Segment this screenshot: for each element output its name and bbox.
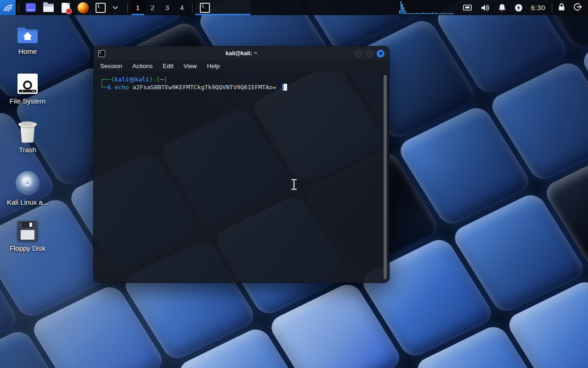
- terminal-scrollbar[interactable]: [384, 75, 387, 279]
- workspace-2[interactable]: 2: [145, 0, 160, 15]
- workspace-3[interactable]: 3: [160, 0, 175, 15]
- terminal-titlebar[interactable]: $_ kali@kali: ~: [94, 46, 389, 60]
- terminal-menubar: Session Actions Edit View Help: [94, 60, 389, 72]
- power-manager-icon[interactable]: [514, 4, 523, 12]
- network-tray-icon[interactable]: [463, 3, 472, 12]
- home-folder-icon: [17, 26, 39, 44]
- desktop: $_ 1 2 3 4 $_: [0, 0, 588, 368]
- window-icon: [26, 3, 36, 12]
- desktop-icon-label: Floppy Disk: [10, 244, 45, 252]
- taskbar-terminal-window-button[interactable]: $_: [195, 0, 250, 15]
- launcher-file-manager[interactable]: [43, 2, 54, 13]
- session-tray: [555, 3, 588, 13]
- floppy-disk-icon: [17, 221, 38, 241]
- mouse-ibeam-cursor: [290, 178, 298, 192]
- launcher-firefox[interactable]: [78, 2, 89, 13]
- desktop-icon-file-system[interactable]: File System: [4, 74, 51, 105]
- window-controls: [355, 50, 384, 58]
- desktop-icon-floppy-disk[interactable]: Floppy Disk: [4, 221, 51, 252]
- minimize-button[interactable]: [355, 50, 362, 58]
- trash-can-icon: [18, 121, 37, 143]
- workspace-4[interactable]: 4: [175, 0, 189, 15]
- document-icon: [62, 3, 70, 13]
- applications-menu-button[interactable]: [0, 0, 16, 15]
- desktop-icon-trash[interactable]: Trash: [4, 121, 51, 154]
- menu-edit[interactable]: Edit: [163, 63, 173, 69]
- panel-separator: [552, 3, 552, 12]
- window-title: kali@kali: ~: [94, 50, 389, 57]
- prompt-line-2: └─$ echo a2FsaSBBTEw9KEFMTCkgTk9QQVNTV0Q…: [100, 83, 383, 91]
- launcher-bar: $_: [22, 2, 124, 13]
- folder-icon: [43, 4, 54, 12]
- panel-separator: [127, 3, 128, 12]
- panel-separator: [18, 3, 19, 12]
- desktop-icon-label: Kali Linux a...: [7, 198, 48, 206]
- terminal-icon: $_: [200, 3, 210, 13]
- launcher-dropdown-button[interactable]: [110, 2, 121, 13]
- system-tray: 6:30: [463, 3, 545, 12]
- desktop-icon-kali-linux[interactable]: Kali Linux a...: [4, 171, 51, 206]
- desktop-icon-label: File System: [10, 97, 45, 105]
- launcher-text-editor[interactable]: [60, 2, 71, 13]
- volume-tray-icon[interactable]: [481, 4, 490, 12]
- hard-drive-icon: [17, 74, 38, 94]
- terminal-icon: $_: [96, 3, 106, 13]
- panel-separator: [192, 3, 192, 12]
- notifications-bell-icon[interactable]: [498, 3, 506, 12]
- logout-icon[interactable]: [574, 3, 582, 13]
- prompt-line-1: ┌──(kali㉿kali)-[~]: [100, 75, 383, 83]
- kali-logo-icon: [3, 3, 13, 13]
- desktop-icon-home[interactable]: Home: [4, 26, 51, 55]
- panel-clock[interactable]: 6:30: [531, 4, 545, 12]
- menu-actions[interactable]: Actions: [132, 63, 153, 69]
- terminal-content[interactable]: ┌──(kali㉿kali)-[~] └─$ echo a2FsaSBBTEw9…: [94, 72, 389, 283]
- cpu-graph-widget[interactable]: [399, 1, 456, 14]
- menu-help[interactable]: Help: [207, 63, 220, 69]
- workspace-1[interactable]: 1: [130, 0, 145, 15]
- terminal-cursor: [283, 84, 287, 91]
- lock-screen-icon[interactable]: [558, 3, 565, 13]
- maximize-button[interactable]: [366, 50, 373, 58]
- text-insert-beam: [282, 84, 283, 91]
- close-button[interactable]: [377, 50, 384, 58]
- chevron-down-icon: [113, 6, 118, 10]
- desktop-icon-label: Trash: [19, 146, 36, 154]
- firefox-icon: [78, 2, 89, 13]
- workspace-switcher: 1 2 3 4: [130, 0, 189, 15]
- desktop-icon-label: Home: [18, 47, 37, 55]
- launcher-terminal[interactable]: $_: [95, 2, 106, 13]
- cd-disc-icon: [16, 171, 40, 195]
- top-panel: $_ 1 2 3 4 $_: [0, 0, 588, 15]
- terminal-window: $_ kali@kali: ~ Session Actions Edit Vie…: [93, 46, 390, 283]
- menu-session[interactable]: Session: [100, 63, 122, 69]
- menu-view[interactable]: View: [184, 63, 197, 69]
- launcher-appfinder[interactable]: [25, 2, 36, 13]
